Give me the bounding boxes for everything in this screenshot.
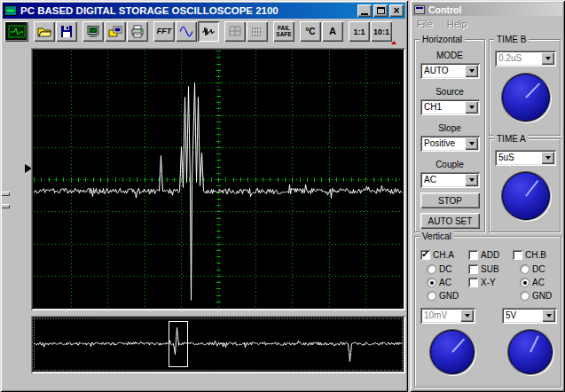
position-slider-a[interactable]	[1, 192, 10, 196]
scope-display-frame	[31, 48, 405, 310]
scope-display[interactable]	[34, 51, 403, 308]
checkbox-icon	[468, 250, 478, 260]
monitor-capture-icon	[86, 25, 100, 38]
floppy-save-icon	[59, 25, 74, 38]
channel-b-volts-knob[interactable]	[507, 329, 553, 375]
time-b-dropdown-button[interactable]	[541, 52, 554, 65]
menu-help[interactable]: Help	[447, 19, 467, 29]
channel-a-ac-radio[interactable]: AC	[427, 277, 451, 287]
radio-icon	[427, 291, 436, 301]
channel-a-label: CH.A	[433, 250, 454, 260]
source-dropdown-button[interactable]	[465, 101, 478, 114]
radio-icon	[427, 264, 436, 274]
channel-b-range-combobox[interactable]: 5V	[502, 308, 557, 324]
ratio-10-1-button[interactable]: 10:1	[371, 21, 392, 42]
channel-b-dc-radio[interactable]: DC	[520, 263, 545, 274]
slope-label: Slope	[415, 123, 484, 133]
channel-b-knob-pointer	[530, 336, 539, 353]
control-titlebar[interactable]: Control	[412, 3, 562, 16]
channel-b-ac-radio[interactable]: AC	[520, 277, 545, 287]
channel-b-gnd-radio[interactable]: GND	[520, 290, 552, 301]
open-folder-icon	[37, 25, 51, 38]
main-window-title: PC BASED DIGITAL STORAGE OSCILLOSCOPE 21…	[20, 5, 279, 16]
channel-a-dc-radio[interactable]: DC	[427, 263, 451, 274]
desktop: PC BASED DIGITAL STORAGE OSCILLOSCOPE 21…	[0, 0, 565, 392]
time-a-knob[interactable]	[501, 171, 551, 221]
mode-dropdown-button[interactable]	[465, 65, 478, 77]
toolbar: FFT	[4, 20, 393, 43]
print-button[interactable]	[127, 21, 148, 42]
fail-safe-label-2: SAFE	[276, 32, 291, 38]
printer-icon	[130, 25, 145, 38]
channel-a-range-combobox[interactable]: 10mV	[420, 308, 475, 324]
time-a-value: 5uS	[498, 150, 514, 165]
channel-a-gnd-radio[interactable]: GND	[427, 290, 459, 301]
stop-button[interactable]: STOP	[420, 192, 480, 208]
ratio-10-1-label: 10:1	[373, 27, 389, 36]
transient-mode-button[interactable]	[198, 21, 219, 42]
checkbox-icon	[420, 250, 430, 260]
grid-toggle-button[interactable]	[224, 21, 246, 42]
couple-combobox[interactable]: AC	[420, 172, 480, 188]
add-checkbox[interactable]: ADD	[468, 249, 499, 260]
maximize-button[interactable]	[373, 4, 388, 17]
time-b-value: 0.2uS	[498, 51, 522, 66]
slope-dropdown-button[interactable]	[465, 137, 478, 150]
close-button[interactable]: ×	[389, 4, 404, 17]
minimize-icon	[361, 13, 368, 15]
ampere-red-mark	[391, 41, 396, 44]
channel-a-checkbox[interactable]: CH.A	[420, 249, 454, 260]
slope-combobox[interactable]: Positive	[420, 136, 480, 152]
close-icon: ×	[393, 6, 399, 15]
channel-a-range-dropdown-button[interactable]	[460, 310, 474, 322]
minimize-button[interactable]	[357, 4, 372, 17]
window-controls: ×	[357, 4, 404, 17]
overview-strip[interactable]	[34, 318, 403, 371]
ampere-button[interactable]: A	[322, 21, 343, 42]
add-label: ADD	[481, 250, 499, 260]
xy-checkbox[interactable]: X-Y	[468, 277, 496, 287]
channel-b-dc-label: DC	[532, 264, 545, 274]
time-b-combobox[interactable]: 0.2uS	[495, 51, 556, 67]
channel-a-volts-knob[interactable]	[429, 329, 475, 375]
save-button[interactable]	[56, 21, 77, 42]
channel-b-checkbox[interactable]: CH.B	[513, 249, 546, 260]
channel-b-range-dropdown-button[interactable]	[542, 310, 555, 322]
slope-value: Positive	[424, 136, 455, 151]
couple-label: Couple	[415, 160, 484, 169]
mode-combobox[interactable]: AUTO	[420, 63, 480, 79]
couple-dropdown-button[interactable]	[465, 174, 478, 186]
channel-b-label: CH.B	[525, 250, 546, 260]
chevron-down-icon	[546, 314, 552, 318]
radio-icon	[520, 264, 530, 274]
export-image-button[interactable]	[105, 21, 126, 42]
dotted-lines-button[interactable]	[247, 21, 268, 42]
capture-screen-button[interactable]	[82, 21, 104, 42]
channel-b-knob-face	[508, 330, 553, 374]
source-value: CH1	[424, 99, 442, 114]
auto-set-button[interactable]: AUTO SET	[420, 213, 480, 229]
menu-file[interactable]: File	[417, 19, 433, 29]
checkbox-icon	[468, 264, 478, 274]
ratio-1-1-button[interactable]: 1:1	[349, 21, 370, 42]
sub-checkbox[interactable]: SUB	[468, 263, 499, 274]
time-a-knob-pointer	[525, 180, 538, 197]
waveform-mode-button[interactable]	[176, 21, 197, 42]
position-slider-b[interactable]	[1, 204, 10, 208]
source-combobox[interactable]: CH1	[420, 99, 480, 115]
fft-button[interactable]: FFT	[153, 21, 175, 42]
fft-icon: FFT	[157, 27, 172, 35]
time-b-knob[interactable]	[501, 73, 551, 122]
radio-icon	[427, 278, 436, 287]
run-acquisition-button[interactable]	[4, 21, 28, 42]
celsius-button[interactable]: °C	[300, 21, 321, 42]
checkbox-icon	[468, 278, 478, 287]
ratio-1-1-label: 1:1	[353, 27, 365, 36]
time-a-combobox[interactable]: 5uS	[495, 150, 556, 166]
open-file-button[interactable]	[34, 21, 55, 42]
main-titlebar[interactable]: PC BASED DIGITAL STORAGE OSCILLOSCOPE 21…	[3, 3, 405, 19]
mode-label: MODE	[415, 51, 484, 60]
time-a-dropdown-button[interactable]	[541, 152, 554, 164]
fail-safe-button[interactable]: FAIL SAFE	[273, 21, 294, 42]
chevron-down-icon	[469, 69, 475, 73]
